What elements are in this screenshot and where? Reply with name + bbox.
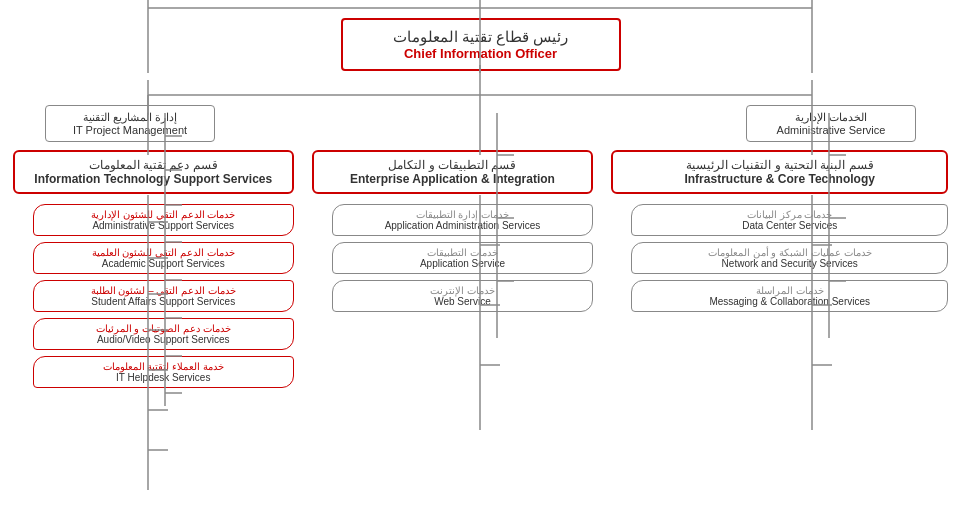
col2-item-3-english: Web Service <box>341 296 584 307</box>
col1-item-1-arabic: خدمات الدعم التقي للشئون الإدارية <box>42 209 285 220</box>
col1-header-arabic: قسم دعم تقتية المعلومات <box>25 158 282 172</box>
it-project-arabic: إدارة المشاريع التقنية <box>56 111 204 124</box>
cio-english: Chief Information Officer <box>363 46 599 61</box>
col3-header: قسم البنية التحتية و التقنيات الرئيسية I… <box>611 150 948 194</box>
col3-item-3: خدمات المراسلة Messaging & Collaboration… <box>631 280 948 312</box>
col1-item-4: خدمات دعم الصوتيات و المرئيات Audio/Vide… <box>33 318 294 350</box>
admin-service-english: Administrative Service <box>757 124 905 136</box>
col1-header-english: Information Technology Support Services <box>25 172 282 186</box>
col1-item-3-arabic: خدمات الدعم التقي – لشئون الطلبة <box>42 285 285 296</box>
col3-header-english: Infrastructure & Core Technology <box>623 172 936 186</box>
admin-service-arabic: الخدمات الإدارية <box>757 111 905 124</box>
col1-item-4-english: Audio/Video Support Services <box>42 334 285 345</box>
col2-item-2-english: Application Service <box>341 258 584 269</box>
col2: قسم التطبيقات و التكامل Enterprise Appli… <box>312 150 593 312</box>
org-chart: رئيس قطاع تقتية المعلومات Chief Informat… <box>0 0 961 398</box>
col2-item-1-arabic: خدمات إدارة التطبيقات <box>341 209 584 220</box>
admin-service-box: الخدمات الإدارية Administrative Service <box>746 105 916 142</box>
col1-item-1: خدمات الدعم التقي للشئون الإدارية Admini… <box>33 204 294 236</box>
col3-header-arabic: قسم البنية التحتية و التقنيات الرئيسية <box>623 158 936 172</box>
col1-item-2-arabic: خدمات الدعم التقي للشئون العلمية <box>42 247 285 258</box>
col3-item-2: خدمات عمليات الشبكة و أمن المعلومات Netw… <box>631 242 948 274</box>
it-project-box: إدارة المشاريع التقنية IT Project Manage… <box>45 105 215 142</box>
col3: قسم البنية التحتية و التقنيات الرئيسية I… <box>611 150 948 312</box>
it-project-english: IT Project Management <box>56 124 204 136</box>
col1-item-3: خدمات الدعم التقي – لشئون الطلبة Student… <box>33 280 294 312</box>
cio-box: رئيس قطاع تقتية المعلومات Chief Informat… <box>341 18 621 71</box>
col1-item-4-arabic: خدمات دعم الصوتيات و المرئيات <box>42 323 285 334</box>
col1-item-5-arabic: خدمة العملاء لتقتية المعلومات <box>42 361 285 372</box>
col2-header-english: Enterprise Application & Integration <box>324 172 581 186</box>
col2-item-1-english: Application Administration Services <box>341 220 584 231</box>
col2-item-1: خدمات إدارة التطبيقات Application Admini… <box>332 204 593 236</box>
col1-item-1-english: Administrative Support Services <box>42 220 285 231</box>
col3-item-2-english: Network and Security Services <box>640 258 939 269</box>
col1: قسم دعم تقتية المعلومات Information Tech… <box>13 150 294 388</box>
cio-arabic: رئيس قطاع تقتية المعلومات <box>363 28 599 46</box>
col1-item-2-english: Academic Support Services <box>42 258 285 269</box>
col2-header: قسم التطبيقات و التكامل Enterprise Appli… <box>312 150 593 194</box>
col3-item-3-arabic: خدمات المراسلة <box>640 285 939 296</box>
col1-item-2: خدمات الدعم التقي للشئون العلمية Academi… <box>33 242 294 274</box>
col2-item-3-arabic: خدمات الإنترنت <box>341 285 584 296</box>
col3-item-1-arabic: خدمات مركز البيانات <box>640 209 939 220</box>
col2-item-2: خدمات التطبيقات Application Service <box>332 242 593 274</box>
col2-header-arabic: قسم التطبيقات و التكامل <box>324 158 581 172</box>
col2-item-2-arabic: خدمات التطبيقات <box>341 247 584 258</box>
col3-item-1-english: Data Center Services <box>640 220 939 231</box>
col1-item-3-english: Student Affairs Support Services <box>42 296 285 307</box>
col3-item-3-english: Messaging & Collaboration Services <box>640 296 939 307</box>
col3-item-2-arabic: خدمات عمليات الشبكة و أمن المعلومات <box>640 247 939 258</box>
col2-item-3: خدمات الإنترنت Web Service <box>332 280 593 312</box>
col1-item-5: خدمة العملاء لتقتية المعلومات IT Helpdes… <box>33 356 294 388</box>
col3-item-1: خدمات مركز البيانات Data Center Services <box>631 204 948 236</box>
col1-header: قسم دعم تقتية المعلومات Information Tech… <box>13 150 294 194</box>
col1-item-5-english: IT Helpdesk Services <box>42 372 285 383</box>
